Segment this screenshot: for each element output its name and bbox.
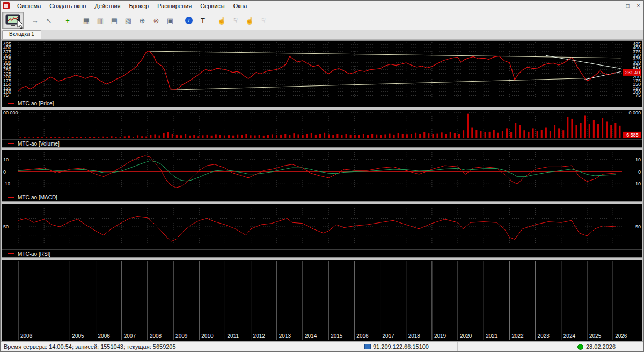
time-axis[interactable]: 2003200520062007200820092010201120122013… [2,260,642,341]
chart-window-button[interactable] [2,12,24,29]
info-icon: i [185,17,193,24]
quik-terminal-window: СистемаСоздать окноДействияБрокерРасшире… [0,0,644,352]
svg-text:0: 0 [638,169,641,175]
menu-item-5[interactable]: Сервисы [196,2,229,10]
svg-text:2020: 2020 [460,333,472,339]
volume-panel: 00 0000 0006 585 МТС-ао [Volume] [2,110,642,148]
svg-text:2010: 2010 [201,333,214,339]
restore-button[interactable]: □ [623,2,633,10]
rsi-legend: МТС-ао [RSI] [2,249,642,257]
svg-text:2011: 2011 [227,333,239,339]
svg-text:2015: 2015 [331,333,343,339]
svg-text:2025: 2025 [589,333,602,339]
info-icon[interactable]: i [182,14,195,27]
line-chart-icon: ▤ [111,17,118,25]
svg-text:2006: 2006 [98,333,111,339]
menu-item-4[interactable]: Расширения [153,2,196,10]
menu-item-2[interactable]: Действия [90,2,125,10]
hand-up2-icon[interactable]: ☝ [243,14,256,27]
add-window-icon[interactable]: + [61,14,74,27]
price-chart[interactable]: 7575100100125125150150175175200200225225… [2,41,642,99]
toolbar-buttons: →↖+▦▥▤▧⊕⊗▣iT☝☟☝☟ [28,14,270,27]
zoom-in-icon: ⊕ [140,17,145,25]
menu-item-1[interactable]: Создать окно [45,2,90,10]
svg-text:2012: 2012 [253,333,266,339]
status-bar: Время сервера: 14:00:54; записей: 155104… [1,341,643,351]
delete-chart-icon[interactable]: ▧ [122,14,135,27]
copy-chart-icon[interactable]: ▣ [164,14,177,27]
svg-text:10: 10 [3,157,9,162]
svg-text:6 585: 6 585 [626,132,639,138]
time-axis-scale[interactable]: 2003200520062007200820092010201120122013… [2,260,642,341]
rsi-chart[interactable]: 5050 [2,204,642,249]
rsi-series-label: МТС-ао [RSI] [18,251,50,257]
svg-text:2003: 2003 [20,333,33,339]
volume-chart[interactable]: 00 0000 0006 585 [2,110,642,139]
svg-text:425: 425 [3,41,11,47]
server-time-text: Время сервера: 14:00:54; записей: 155104… [4,343,176,350]
chart-area: 7575100100125125150150175175200200225225… [1,40,643,341]
line-chart-icon[interactable]: ▤ [108,14,121,27]
zoom-out-icon: ⊗ [153,17,159,25]
tab-vkladka-1[interactable]: Вкладка 1 [2,30,41,39]
macd-chart[interactable]: 101000-10-10 [2,150,642,193]
menu-items: СистемаСоздать окноДействияБрокерРасшире… [13,2,251,10]
connection-status: 91.209.122.66:15100 [361,342,458,351]
hand-up-icon[interactable]: ☝ [215,14,228,27]
hand-down-icon: ☟ [233,17,238,25]
svg-text:50: 50 [3,224,9,229]
svg-text:-10: -10 [634,181,641,186]
zoom-out-icon[interactable]: ⊗ [150,14,163,27]
volume-series-swatch [8,143,14,144]
app-icon[interactable] [3,2,10,9]
server-status: Время сервера: 14:00:54; записей: 155104… [1,342,361,351]
text-tool-icon[interactable]: T [196,14,209,27]
svg-text:0 000: 0 000 [628,110,641,116]
svg-text:10: 10 [635,157,641,162]
hand-down-icon[interactable]: ☟ [229,14,242,27]
rsi-panel: 5050 МТС-ао [RSI] [2,204,642,258]
price-series-label: МТС-ао [Price] [18,100,54,106]
bar-chart-icon[interactable]: ▥ [94,14,107,27]
volume-legend: МТС-ао [Volume] [2,139,642,147]
forward-arrow-icon: → [32,17,39,25]
svg-text:2026: 2026 [615,333,627,339]
svg-text:2016: 2016 [356,333,369,339]
menu-bar: СистемаСоздать окноДействияБрокерРасшире… [1,1,643,11]
svg-text:2005: 2005 [72,333,84,339]
macd-series-label: МТС-ао [MACD] [18,195,57,200]
svg-text:2007: 2007 [124,333,136,339]
connection-icon [364,344,371,349]
menu-item-3[interactable]: Брокер [125,2,153,10]
rsi-series-swatch [8,253,14,254]
cursor-tool-icon[interactable]: ↖ [42,14,55,27]
svg-text:2018: 2018 [408,333,421,339]
hand-down2-icon[interactable]: ☟ [257,14,270,27]
delete-chart-icon: ▧ [125,17,131,25]
cursor-tool-icon: ↖ [46,17,52,25]
svg-text:2019: 2019 [434,333,447,339]
svg-text:2013: 2013 [279,333,291,339]
hand-down2-icon: ☟ [261,17,266,25]
new-chart-window-icon[interactable]: ▦ [80,14,93,27]
svg-text:2008: 2008 [150,333,162,339]
price-legend: МТС-ао [Price] [2,99,642,107]
add-window-icon: + [65,17,70,25]
macd-legend: МТС-ао [MACD] [2,193,642,201]
tab-bar: Вкладка 1 [1,30,643,40]
forward-arrow-icon[interactable]: → [28,14,41,27]
window-controls: – □ × [611,2,643,10]
copy-chart-icon: ▣ [167,17,173,25]
minimize-button[interactable]: – [612,2,622,10]
menu-item-0[interactable]: Система [13,2,45,10]
close-button[interactable]: × [633,2,643,10]
svg-text:2021: 2021 [486,333,498,339]
hand-up-icon: ☝ [217,17,226,25]
svg-text:0: 0 [3,169,6,175]
text-tool-icon: T [201,17,205,25]
zoom-in-icon[interactable]: ⊕ [136,14,149,27]
svg-text:-10: -10 [3,181,10,186]
menu-item-6[interactable]: Окна [229,2,252,10]
connection-address: 91.209.122.66:15100 [373,343,429,350]
volume-series-label: МТС-ао [Volume] [18,141,60,147]
